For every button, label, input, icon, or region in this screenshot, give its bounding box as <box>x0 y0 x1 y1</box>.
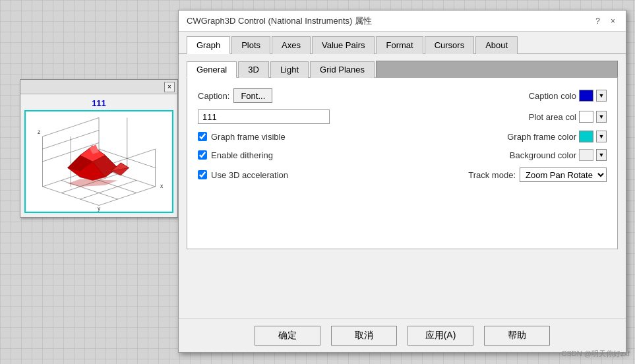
main-dialog: CWGraph3D Control (National Instruments)… <box>178 10 626 353</box>
inner-tab-light[interactable]: Light <box>270 61 309 78</box>
dialog-footer: 确定 取消 应用(A) 帮助 <box>179 318 626 352</box>
svg-line-9 <box>43 118 100 137</box>
enable-dithering-label: Enable dithering <box>211 150 273 160</box>
plot-area-color-box <box>579 111 593 123</box>
inner-tab-grid-planes[interactable]: Grid Planes <box>310 61 375 78</box>
inner-tab-general[interactable]: General <box>187 61 237 78</box>
background-color-box <box>579 149 593 161</box>
graph-frame-visible-label: Graph frame visible <box>211 132 286 142</box>
title-buttons: ? × <box>593 16 618 26</box>
cancel-button[interactable]: 取消 <box>331 326 397 346</box>
widget-window: × 111 <box>20 79 178 218</box>
help-button[interactable]: 帮助 <box>484 326 550 346</box>
tab-format[interactable]: Format <box>376 36 423 54</box>
tab-graph[interactable]: Graph <box>187 36 230 54</box>
graph-frame-color-box <box>579 131 593 142</box>
graph-frame-color-dropdown[interactable]: ▼ <box>596 131 607 142</box>
dialog-title: CWGraph3D Control (National Instruments)… <box>187 15 372 27</box>
tab-plots[interactable]: Plots <box>231 36 270 54</box>
inner-tab-3d[interactable]: 3D <box>238 61 269 78</box>
svg-line-7 <box>99 187 156 206</box>
widget-close-button[interactable]: × <box>164 82 175 92</box>
background-color-dropdown[interactable]: ▼ <box>596 149 607 161</box>
apply-button[interactable]: 应用(A) <box>408 326 473 346</box>
caption-text-input[interactable] <box>198 109 330 124</box>
tab-panel-general: Caption: Font... Caption colo ▼ Plot are… <box>187 78 618 249</box>
widget-titlebar: × <box>20 80 177 94</box>
inner-tabs: General 3D Light Grid Planes <box>187 61 618 78</box>
graph-frame-color-label: Graph frame color <box>507 132 576 142</box>
tab-axes[interactable]: Axes <box>272 36 311 54</box>
svg-marker-24 <box>68 179 118 187</box>
plot-area-color-dropdown[interactable]: ▼ <box>596 111 607 123</box>
tab-value-pairs[interactable]: Value Pairs <box>312 36 375 54</box>
dialog-help-button[interactable]: ? <box>593 16 603 26</box>
3d-graph-svg: z x y <box>26 111 172 212</box>
caption-label: Caption: <box>198 91 229 101</box>
use-3d-accel-checkbox[interactable] <box>198 170 207 179</box>
inner-tab-spacer <box>376 61 618 77</box>
svg-text:x: x <box>160 183 164 189</box>
caption-color-dropdown[interactable]: ▼ <box>596 90 607 102</box>
widget-graph-area: z x y <box>24 110 173 213</box>
svg-text:y: y <box>98 205 101 212</box>
plot-area-color-label: Plot area col <box>529 112 576 122</box>
track-mode-select[interactable]: Zoom Pan Rotate Zoom Pan Rotate <box>520 167 607 182</box>
top-tabs: Graph Plots Axes Value Pairs Format Curs… <box>179 32 626 54</box>
svg-line-0 <box>43 187 100 206</box>
enable-dithering-checkbox[interactable] <box>198 150 207 160</box>
ok-button[interactable]: 确定 <box>255 326 320 346</box>
tab-cursors[interactable]: Cursors <box>425 36 475 54</box>
dialog-titlebar: CWGraph3D Control (National Instruments)… <box>179 11 626 32</box>
caption-color-box <box>579 90 593 102</box>
watermark: CSDN @明天你好zxf <box>562 349 630 359</box>
font-button[interactable]: Font... <box>233 88 272 103</box>
track-mode-label: Track mode: <box>468 170 516 180</box>
background-color-label: Background color <box>510 150 576 160</box>
widget-label: 111 <box>20 98 177 108</box>
use-3d-accel-label: Use 3D acceleration <box>211 170 288 180</box>
graph-frame-visible-checkbox[interactable] <box>198 132 207 141</box>
caption-color-label: Caption colo <box>529 91 576 101</box>
dialog-close-button[interactable]: × <box>608 16 618 26</box>
tab-about[interactable]: About <box>475 36 518 54</box>
svg-text:z: z <box>38 129 40 135</box>
